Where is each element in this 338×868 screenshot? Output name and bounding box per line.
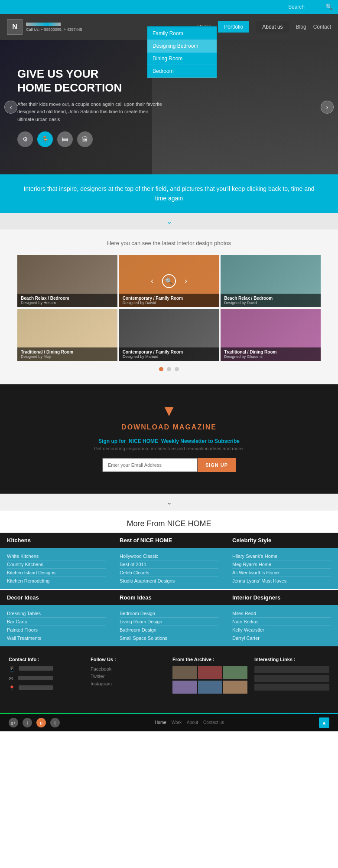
- hero-next-arrow[interactable]: ›: [321, 101, 334, 114]
- dropdown-family-room[interactable]: Family Room: [147, 27, 217, 40]
- gallery-section: Here you can see the latest interior des…: [0, 229, 338, 384]
- best-header: Best of NICE HOME: [113, 533, 225, 548]
- best-link-4[interactable]: Studio Apartment Designs: [120, 577, 218, 585]
- decor-link-2[interactable]: Bar Carts: [7, 618, 106, 626]
- gallery-item-3[interactable]: Beach Relax / Bedroom Designed by David: [221, 255, 321, 307]
- dropdown-dining-room[interactable]: Dining Room: [147, 52, 217, 65]
- celebrity-link-3[interactable]: Ali Wentworth's Home: [232, 569, 331, 577]
- archive-img-3: [223, 666, 247, 679]
- celebrity-link-4[interactable]: Jenna Lyons' Must Haves: [232, 577, 331, 585]
- gallery-subtitle: Here you can see the latest interior des…: [17, 240, 321, 246]
- gallery-title-3: Beach Relax / Bedroom: [224, 296, 317, 301]
- gallery-designer-4: Designed by Moji: [21, 354, 114, 359]
- kitchens-link-3[interactable]: Kitchen Island Designs: [7, 569, 106, 577]
- gallery-item-5[interactable]: Contemporary / Family Room Designed by M…: [119, 309, 219, 361]
- gallery-designer-3: Designed by David: [224, 301, 317, 305]
- bottom-nav-contact[interactable]: Contact us: [203, 720, 224, 725]
- nav-contact[interactable]: Contact: [313, 24, 331, 30]
- footer-divider: [9, 702, 329, 702]
- gallery-caption-2: Contemporary / Family Room Designed by D…: [119, 294, 219, 307]
- celebrity-link-1[interactable]: Hilary Swank's Home: [232, 552, 331, 560]
- hero-subtitle: After their kids move out, a couple once…: [17, 101, 165, 124]
- best-link-3[interactable]: Celeb Closets: [120, 569, 218, 577]
- gallery-caption-1: Beach Relax / Bedroom Designed by Hesam: [17, 294, 117, 307]
- celebrity-link-2[interactable]: Meg Ryan's Home: [232, 560, 331, 569]
- links-column-room: Room Ideas Bedroom Design Living Room De…: [113, 590, 225, 646]
- designers-link-4[interactable]: Darryl Carter: [232, 634, 331, 642]
- tagline-chevron: ⌄: [0, 213, 338, 229]
- footer-follow-title: Follow Us :: [91, 657, 166, 662]
- designers-link-3[interactable]: Kelly Wearstler: [232, 626, 331, 634]
- hero-icon-4[interactable]: 🏛: [77, 131, 93, 147]
- nav-blog[interactable]: Blog: [296, 24, 306, 30]
- bottom-nav-about[interactable]: About: [187, 720, 198, 725]
- celebrity-body: Hilary Swank's Home Meg Ryan's Home Ali …: [225, 548, 338, 589]
- room-link-2[interactable]: Living Room Design: [120, 618, 218, 626]
- bottom-nav: Home Work About Contact us: [155, 720, 224, 725]
- pinterest-icon[interactable]: p: [36, 718, 46, 727]
- dot-2[interactable]: [167, 367, 171, 371]
- next-icon[interactable]: ›: [185, 276, 187, 285]
- dot-3[interactable]: [175, 367, 179, 371]
- gallery-title-2: Contemporary / Family Room: [123, 296, 216, 301]
- footer-twitter[interactable]: Twitter: [91, 674, 166, 679]
- gallery-caption-5: Contemporary / Family Room Designed by M…: [119, 347, 219, 361]
- kitchens-link-2[interactable]: Country Kitchens: [7, 560, 106, 569]
- room-link-4[interactable]: Small Space Solutions: [120, 634, 218, 642]
- search-input[interactable]: [288, 4, 323, 10]
- google-icon[interactable]: g+: [9, 718, 18, 727]
- dot-1[interactable]: [159, 367, 163, 371]
- gallery-item-4[interactable]: Traditional / Dining Room Designed by Mo…: [17, 309, 117, 361]
- hero-prev-arrow[interactable]: ‹: [4, 101, 17, 114]
- gallery-designer-6: Designed by Ghasemi: [224, 354, 317, 359]
- decor-link-1[interactable]: Dressing Tables: [7, 609, 106, 618]
- links-column-celebrity: Celebrity Style Hilary Swank's Home Meg …: [225, 533, 338, 589]
- best-link-2[interactable]: Best of 2011: [120, 560, 218, 569]
- designers-link-2[interactable]: Nate Berkus: [232, 618, 331, 626]
- email-input[interactable]: [102, 458, 198, 472]
- bottom-nav-work[interactable]: Work: [172, 720, 182, 725]
- prev-icon[interactable]: ‹: [151, 276, 153, 285]
- links-column-best: Best of NICE HOME Hollywood Classic Best…: [113, 533, 225, 589]
- nav-about[interactable]: About us: [256, 21, 289, 33]
- gallery-item-1[interactable]: Beach Relax / Bedroom Designed by Hesam: [17, 255, 117, 307]
- hero-title: GIVE US YOURHOME DECORTION: [17, 67, 165, 94]
- best-link-1[interactable]: Hollywood Classic: [120, 552, 218, 560]
- hero-icon-3[interactable]: 🛏: [57, 131, 73, 147]
- back-to-top-button[interactable]: ▲: [319, 717, 329, 728]
- newsletter-brand: NICE HOME: [129, 438, 158, 444]
- gallery-item-6[interactable]: Traditional / Dining Room Designed by Gh…: [221, 309, 321, 361]
- gallery-item-2[interactable]: ‹ 🔍 › Contemporary / Family Room Designe…: [119, 255, 219, 307]
- search-bar[interactable]: 🔍: [288, 3, 333, 10]
- newsletter-text: Sign up for NICE HOME Weekly Newsletter …: [9, 438, 329, 444]
- room-link-3[interactable]: Bathroom Design: [120, 626, 218, 634]
- portfolio-dropdown: Family Room Designing Bedroom Dining Roo…: [147, 26, 217, 78]
- footer-contact-col: Contact Info : 📱 ✉ 📍: [9, 657, 84, 695]
- hero-icon-2[interactable]: 🪑: [37, 131, 53, 147]
- footer-phone-item: 📱: [9, 666, 84, 672]
- tumblr-icon[interactable]: t: [23, 718, 32, 727]
- footer-instagram[interactable]: Instagram: [91, 681, 166, 686]
- zoom-icon[interactable]: 🔍: [162, 274, 176, 288]
- gallery-overlay-2: ‹ 🔍 ›: [151, 274, 187, 288]
- room-header: Room Ideas: [113, 590, 225, 605]
- decor-link-4[interactable]: Wall Treatments: [7, 634, 106, 642]
- hero-icon-1[interactable]: ⚙: [17, 131, 33, 147]
- kitchens-link-4[interactable]: Kitchen Remodeling: [7, 577, 106, 585]
- newsletter-suffix: Weekly Newsletter to Subscribe: [161, 438, 240, 444]
- nav-portfolio[interactable]: Portfolio: [218, 21, 249, 33]
- footer-facebook[interactable]: Facebook: [91, 666, 166, 671]
- search-icon[interactable]: 🔍: [325, 3, 333, 10]
- designers-link-1[interactable]: Miles Redd: [232, 609, 331, 618]
- signup-button[interactable]: SIGN UP: [198, 458, 236, 472]
- twitter-icon[interactable]: t: [50, 718, 60, 727]
- bottom-nav-home[interactable]: Home: [155, 720, 166, 725]
- download-chevron: ⌄: [0, 494, 338, 511]
- links-grid-row1: Kitchens White Kitchens Country Kitchens…: [0, 533, 338, 589]
- kitchens-link-1[interactable]: White Kitchens: [7, 552, 106, 560]
- dropdown-designing-bedroom[interactable]: Designing Bedroom: [147, 40, 217, 52]
- room-link-1[interactable]: Bedroom Design: [120, 609, 218, 618]
- dropdown-bedroom[interactable]: Bedroom: [147, 65, 217, 78]
- gallery-title-6: Traditional / Dining Room: [224, 350, 317, 354]
- decor-link-3[interactable]: Painted Floors: [7, 626, 106, 634]
